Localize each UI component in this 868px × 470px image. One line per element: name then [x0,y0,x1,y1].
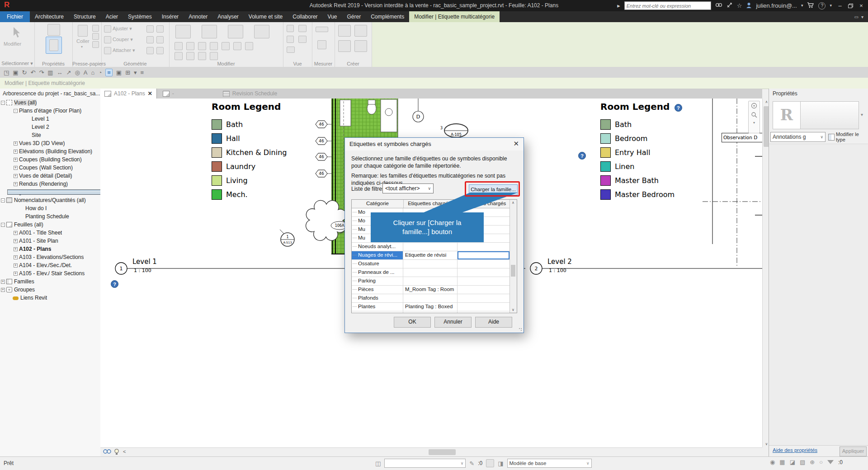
tree-item-label[interactable]: A101 - Site Plan [19,238,58,244]
geometry-opt3-icon[interactable] [156,36,164,43]
tree-item[interactable]: A104 - Elev./Sec./Det. [0,261,100,269]
mirror-pick-icon[interactable] [228,25,243,38]
tree-item-label[interactable]: Feuilles (all) [14,221,43,228]
ribbon-tab[interactable]: Analyser [212,11,244,22]
view-tab-active[interactable]: A102 - Plans ✕ [100,89,157,99]
tree-item-label[interactable]: Familles [14,278,34,285]
geometry-opt2-icon[interactable] [146,36,154,43]
qat-icon[interactable]: ◎ [75,70,80,75]
table-row[interactable]: Parking [352,277,517,286]
table-row[interactable]: Panneaux de ... [352,268,517,277]
qat-icon[interactable]: ▣ [116,70,122,75]
tree-item-label[interactable]: Vues (all) [14,99,37,106]
measure-tool-icon[interactable] [316,27,328,32]
tree-item[interactable]: A103 - Elevations/Sections [0,253,100,261]
exclude-link-icon[interactable]: ◨ [498,461,503,466]
tree-item-label[interactable]: A103 - Elevations/Sections [19,254,84,260]
qat-icon[interactable]: ≡ [105,69,113,76]
paste-icon[interactable] [78,25,88,37]
temporary-hide-isolate-icon[interactable] [103,449,111,456]
linework-icon[interactable] [287,36,294,43]
tree-item-label[interactable]: How do I [25,205,47,212]
tree-item-label[interactable]: Liens Revit [20,295,47,301]
tree-expander[interactable] [1,223,5,227]
copy-clipboard-icon[interactable] [92,33,99,40]
tree-expander[interactable] [1,288,5,292]
tree-item-label[interactable]: Vues de détail (Detail) [19,173,72,179]
tree-item[interactable]: Feuilles (all) [0,221,100,229]
tree-item[interactable]: Vues (all) [0,99,100,107]
ribbon-tab[interactable]: Volume et site [244,11,288,22]
beam-join-icon[interactable] [146,47,154,54]
minimize-button[interactable]: – [836,2,844,9]
tree-expander[interactable] [14,231,18,235]
help-search-input[interactable] [624,1,711,10]
create-similar-icon[interactable] [354,25,367,37]
tree-item[interactable]: How do I [0,204,100,212]
cancel-button[interactable]: Annuler [434,317,472,328]
resize-grip[interactable] [519,328,522,331]
table-row[interactable]: Noeuds analyt... [352,243,517,251]
tree-item[interactable]: A101 - Site Plan [0,237,100,245]
tree-item[interactable]: Level 2 [0,123,100,131]
qat-icon[interactable]: ⊞ [125,70,130,75]
tree-expander[interactable] [14,272,18,276]
tree-item-label[interactable]: Rendus (Rendering) [19,181,68,187]
panel-select-label[interactable]: Sélectionner ▾ [0,61,34,66]
cut-label[interactable]: Couper ▾ [113,37,133,42]
favorites-star-icon[interactable]: ☆ [737,3,742,9]
create-assembly-icon[interactable] [338,40,351,52]
match-properties-icon[interactable] [92,41,99,48]
ribbon-tab[interactable]: Gérer [342,11,366,22]
table-row[interactable]: Plantes Planting Tag : Boxed [352,303,517,311]
type-selector[interactable]: Annotations g∨ [770,132,826,142]
tree-item-label[interactable]: Plans d'étage (Floor Plan) [19,108,81,114]
properties-stack-icon[interactable] [47,24,60,36]
help-icon[interactable]: ? [675,104,682,112]
collapse-panel-icon[interactable]: < [123,449,126,454]
qat-icon[interactable]: ◔ [98,70,102,75]
selection-toggle-icon[interactable]: ○ [819,459,823,465]
ribbon-tab[interactable]: Modifier | Etiquette multicatégorie [409,11,500,22]
user-avatar-icon[interactable] [746,2,752,9]
help-chevron-icon[interactable]: ▾ [830,4,832,8]
editable-only-icon[interactable]: ✎ [469,461,474,466]
selection-toggle-icon[interactable]: ▦ [779,459,785,465]
delete-icon[interactable] [210,52,218,60]
tree-item[interactable]: Level 1 [0,115,100,123]
hide-elements-icon[interactable] [287,25,294,32]
tree-item-label[interactable]: Site [32,132,41,138]
tree-item-label[interactable]: Nomenclatures/Quantités (all) [14,197,86,203]
ribbon-tab[interactable]: Fichier [0,11,30,22]
copy-icon[interactable] [186,42,194,50]
zoom-icon[interactable] [751,112,757,119]
tree-item[interactable]: A105 - Elev./ Stair Sections [0,269,100,277]
qat-icon[interactable]: ↷ [39,70,44,75]
paste-chevron-icon[interactable]: ▾ [81,45,83,49]
tree-item-label[interactable]: Level 2 [32,124,49,130]
tree-item-label[interactable]: Groupes [14,287,35,293]
tree-item-label[interactable]: Vues 3D (3D View) [19,140,65,146]
create-parts-icon[interactable] [354,40,367,52]
tree-item[interactable]: A001 - Title Sheet [0,229,100,237]
tree-item[interactable]: Plans d'étage (Floor Plan) [0,107,100,115]
properties-palette-button[interactable] [46,37,62,54]
ribbon-tab[interactable]: Acier [101,11,123,22]
horizontal-scroll-thumb[interactable] [429,449,456,455]
tree-expander[interactable] [14,109,18,113]
tree-item[interactable]: Elévations (Building Elevation) [0,147,100,155]
array-icon[interactable] [210,42,218,50]
rotate-icon[interactable] [198,42,206,50]
panel-properties-label[interactable]: Propriétés [34,61,72,66]
ribbon-state-icon[interactable]: ▭ [854,14,859,19]
properties-help-link[interactable]: Aide des propriétés [773,447,817,453]
scroll-thumb[interactable] [511,265,515,277]
table-row[interactable]: Pièces M_Room Tag : Room [352,286,517,294]
preview-chevron-icon[interactable]: ▾ [861,112,863,117]
design-options-combo[interactable]: Modèle de base∨ [507,459,592,468]
tree-item-label[interactable]: Elévations (Building Elevation) [19,148,92,155]
table-scrollbar[interactable]: ∧ ∨ [509,200,517,313]
qat-icon[interactable]: ↗ [66,70,71,75]
move-icon[interactable] [175,42,183,50]
tree-item[interactable]: Vues 3D (3D View) [0,139,100,147]
